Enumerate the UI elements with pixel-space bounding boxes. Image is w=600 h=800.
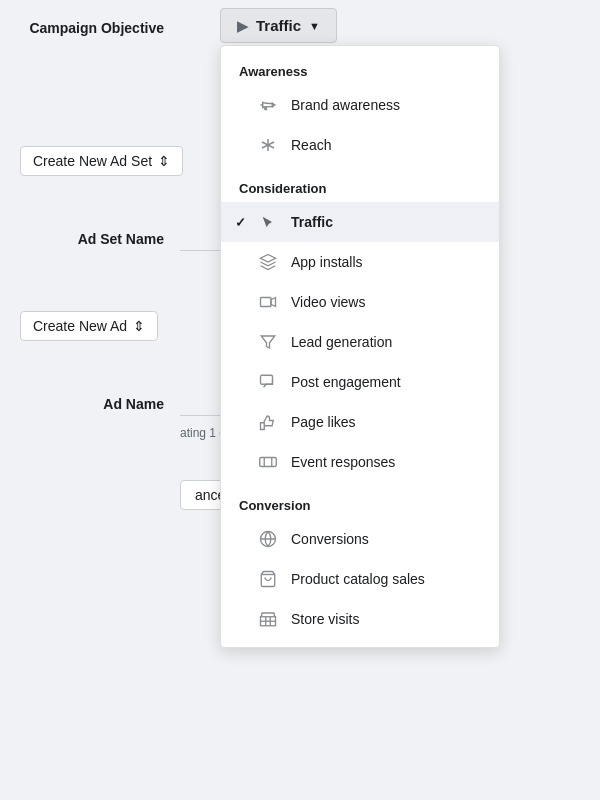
conversion-section-header: Conversion (221, 488, 499, 519)
chat-icon (257, 371, 279, 393)
create-ad-button[interactable]: Create New Ad ⇕ (20, 311, 158, 341)
campaign-objective-label: Campaign Objective (20, 20, 180, 36)
store-visits-label: Store visits (291, 611, 359, 627)
conversions-label: Conversions (291, 531, 369, 547)
traffic-label: Traffic (291, 214, 333, 230)
menu-item-app-installs[interactable]: App installs (221, 242, 499, 282)
selected-checkmark: ✓ (235, 215, 246, 230)
box-icon (257, 251, 279, 273)
app-installs-label: App installs (291, 254, 363, 270)
megaphone-icon (257, 94, 279, 116)
campaign-objective-dropdown-area: ▶ Traffic ▼ Awareness Brand awareness (220, 8, 337, 43)
product-catalog-sales-label: Product catalog sales (291, 571, 425, 587)
funnel-icon (257, 331, 279, 353)
svg-rect-5 (260, 458, 277, 467)
menu-item-lead-generation[interactable]: Lead generation (221, 322, 499, 362)
svg-rect-4 (261, 375, 273, 384)
traffic-cursor-icon (257, 211, 279, 233)
menu-item-brand-awareness[interactable]: Brand awareness (221, 85, 499, 125)
menu-item-post-engagement[interactable]: Post engagement (221, 362, 499, 402)
ad-set-name-label: Ad Set Name (20, 231, 180, 247)
page-background: Campaign Objective Create New Ad Set ⇕ A… (0, 0, 600, 800)
post-engagement-label: Post engagement (291, 374, 401, 390)
menu-item-traffic[interactable]: ✓ Traffic (221, 202, 499, 242)
menu-item-page-likes[interactable]: Page likes (221, 402, 499, 442)
create-ad-set-button[interactable]: Create New Ad Set ⇕ (20, 146, 183, 176)
globe-icon (257, 528, 279, 550)
cursor-icon: ▶ (237, 18, 248, 34)
video-views-label: Video views (291, 294, 365, 310)
awareness-section-header: Awareness (221, 54, 499, 85)
menu-item-event-responses[interactable]: Event responses (221, 442, 499, 482)
traffic-trigger-button[interactable]: ▶ Traffic ▼ (220, 8, 337, 43)
menu-item-conversions[interactable]: Conversions (221, 519, 499, 559)
video-icon (257, 291, 279, 313)
objective-dropdown-menu: Awareness Brand awareness (220, 45, 500, 648)
trigger-label: Traffic (256, 17, 301, 34)
dropdown-arrow-icon: ▼ (309, 20, 320, 32)
ad-set-dropdown-icon: ⇕ (158, 153, 170, 169)
brand-awareness-label: Brand awareness (291, 97, 400, 113)
page-likes-label: Page likes (291, 414, 356, 430)
create-ad-set-label: Create New Ad Set (33, 153, 152, 169)
create-ad-label: Create New Ad (33, 318, 127, 334)
event-responses-label: Event responses (291, 454, 395, 470)
ad-dropdown-icon: ⇕ (133, 318, 145, 334)
consideration-section-header: Consideration (221, 171, 499, 202)
svg-rect-3 (261, 298, 272, 307)
menu-item-store-visits[interactable]: Store visits (221, 599, 499, 639)
ticket-icon (257, 451, 279, 473)
menu-item-product-catalog-sales[interactable]: Product catalog sales (221, 559, 499, 599)
reach-label: Reach (291, 137, 331, 153)
asterisk-icon (257, 134, 279, 156)
menu-item-reach[interactable]: Reach (221, 125, 499, 165)
cart-icon (257, 568, 279, 590)
store-icon (257, 608, 279, 630)
lead-generation-label: Lead generation (291, 334, 392, 350)
thumbsup-icon (257, 411, 279, 433)
ad-name-label: Ad Name (20, 396, 180, 412)
menu-item-video-views[interactable]: Video views (221, 282, 499, 322)
